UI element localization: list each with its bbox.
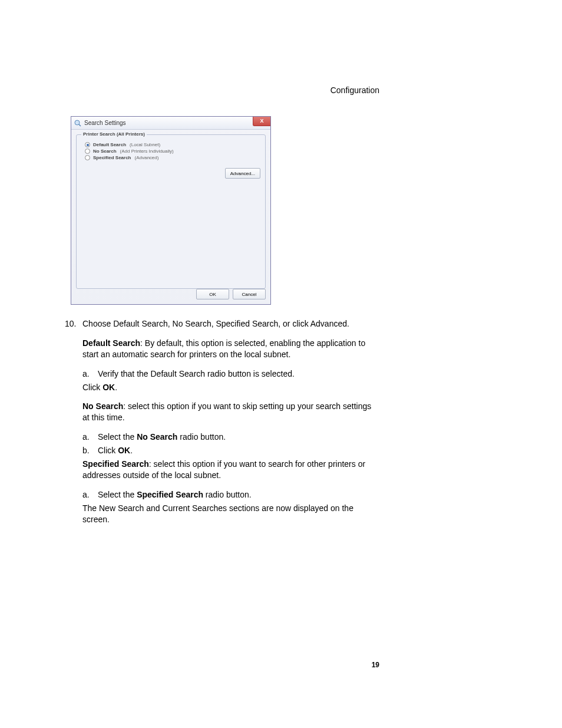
- close-icon: X: [260, 118, 263, 124]
- no-search-step-b: b. Click OK.: [82, 445, 379, 456]
- specified-search-para: Specified Search: select this option if …: [82, 459, 379, 481]
- radio-icon: [85, 142, 90, 147]
- step-number: 10.: [65, 318, 82, 330]
- dialog-footer: OK Cancel: [196, 289, 266, 299]
- svg-point-0: [75, 120, 80, 125]
- step-text: Choose Default Search, No Search, Specif…: [82, 318, 349, 330]
- section-header: Configuration: [330, 85, 379, 95]
- radio-label: No Search: [93, 149, 117, 154]
- default-search-click-ok: Click OK.: [82, 382, 379, 393]
- group-legend: Printer Search (All Printers): [81, 131, 147, 137]
- dialog-titlebar: Search Settings X: [71, 117, 270, 130]
- specified-search-step-a: a. Select the Specified Search radio but…: [82, 489, 379, 500]
- dialog-title: Search Settings: [84, 120, 126, 126]
- search-globe-icon: [74, 119, 82, 127]
- svg-line-1: [79, 124, 81, 126]
- printer-search-group: Printer Search (All Printers) Default Se…: [76, 134, 266, 289]
- radio-desc: (Advanced): [134, 155, 158, 160]
- radio-default-search[interactable]: Default Search (Local Subnet): [85, 142, 260, 147]
- radio-desc: (Add Printers Individually): [120, 149, 174, 154]
- default-search-para: Default Search: By default, this option …: [82, 338, 379, 360]
- ok-button[interactable]: OK: [196, 289, 229, 299]
- dialog-screenshot: Search Settings X Printer Search (All Pr…: [71, 116, 271, 305]
- radio-no-search[interactable]: No Search (Add Printers Individually): [85, 149, 260, 154]
- radio-icon: [85, 155, 90, 160]
- advanced-button[interactable]: Advanced...: [225, 168, 260, 179]
- close-button[interactable]: X: [253, 117, 270, 126]
- radio-desc: (Local Subnet): [130, 142, 160, 147]
- default-search-step-a: a. Verify that the Default Search radio …: [82, 368, 379, 380]
- no-search-para: No Search: select this option if you wan…: [82, 401, 379, 423]
- no-search-step-a: a. Select the No Search radio button.: [82, 431, 379, 443]
- radio-specified-search[interactable]: Specified Search (Advanced): [85, 155, 260, 160]
- dialog-body: Printer Search (All Printers) Default Se…: [71, 130, 270, 304]
- specified-search-note: The New Search and Current Searches sect…: [82, 503, 379, 525]
- cancel-button[interactable]: Cancel: [233, 289, 266, 299]
- page-number: 19: [372, 661, 379, 669]
- radio-label: Specified Search: [93, 155, 131, 160]
- radio-icon: [85, 149, 90, 154]
- radio-label: Default Search: [93, 142, 126, 147]
- instruction-text: 10. Choose Default Search, No Search, Sp…: [65, 318, 379, 525]
